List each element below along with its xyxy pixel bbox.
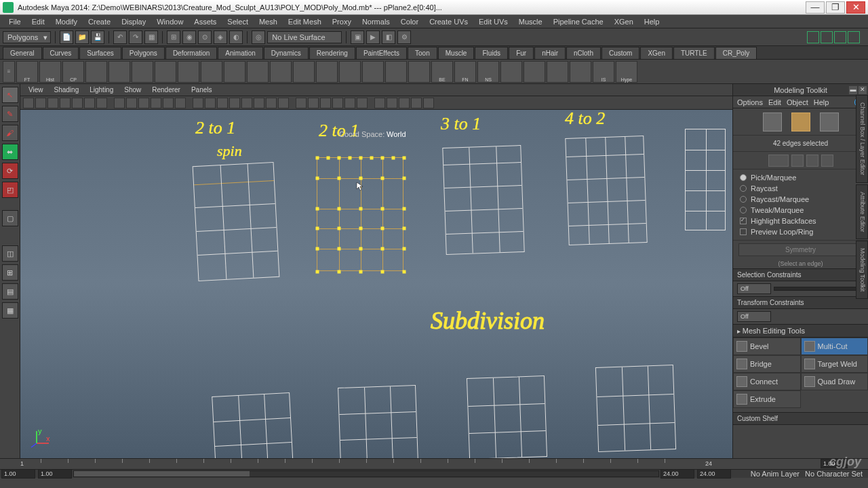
toolkit-min-icon[interactable]: ▬ xyxy=(849,86,857,94)
shelf-tab-cr_poly[interactable]: CR_Poly xyxy=(715,47,757,59)
mesh-tool-quad-draw[interactable]: Quad Draw xyxy=(801,373,869,390)
menu-proxy[interactable]: Proxy xyxy=(328,16,356,27)
snap-curve-icon[interactable]: ◉ xyxy=(182,30,196,44)
panel-menu-shading[interactable]: Shading xyxy=(50,85,83,95)
layout-graph[interactable]: ▦ xyxy=(2,302,18,319)
toolkit-menu-object[interactable]: Object xyxy=(787,98,808,106)
section-custom-shelf[interactable]: Custom Shelf xyxy=(733,412,868,425)
shelf-tab-fur[interactable]: Fur xyxy=(509,47,534,59)
vertex-dot[interactable] xyxy=(381,157,384,160)
toolkit-close-icon[interactable]: ✕ xyxy=(859,86,867,94)
panel-tool-2[interactable] xyxy=(47,98,58,108)
shelf-tab-painteffects[interactable]: PaintEffects xyxy=(356,47,407,59)
mesh-tool-connect[interactable]: Connect xyxy=(733,373,801,390)
panel-tool-19[interactable] xyxy=(266,98,277,108)
vertex-dot[interactable] xyxy=(403,247,406,251)
toggle-2[interactable] xyxy=(821,31,833,43)
panel-tool-28[interactable] xyxy=(387,98,397,108)
shelf-item-22[interactable] xyxy=(524,61,545,83)
shelf-item-10[interactable] xyxy=(247,61,269,83)
toggle-3[interactable] xyxy=(834,31,846,43)
shelf-item-8[interactable] xyxy=(201,61,222,83)
mesh-grid-b4[interactable] xyxy=(595,365,676,452)
vertex-dot[interactable] xyxy=(338,247,341,251)
panel-menu-show[interactable]: Show xyxy=(120,85,145,95)
vertex-dot[interactable] xyxy=(338,177,341,180)
menu-edit-mesh[interactable]: Edit Mesh xyxy=(283,16,326,27)
mesh-grid-b3[interactable] xyxy=(467,375,547,458)
menu-pipeline-cache[interactable]: Pipeline Cache xyxy=(549,16,608,27)
shelf-item-0[interactable]: FT xyxy=(16,61,38,83)
shelf-tab-muscle[interactable]: Muscle xyxy=(438,47,475,59)
shelf-tab-nhair[interactable]: nHair xyxy=(534,47,566,59)
vertex-dot[interactable] xyxy=(359,227,363,230)
menu-xgen[interactable]: XGen xyxy=(610,16,638,27)
panel-tool-16[interactable] xyxy=(229,98,240,108)
vertex-dot[interactable] xyxy=(316,247,319,251)
mesh-grid-5[interactable] xyxy=(685,129,726,230)
panel-tool-3[interactable] xyxy=(60,98,71,108)
shelf-item-20[interactable]: NS xyxy=(477,61,499,83)
snap-live-icon[interactable]: ◐ xyxy=(229,30,243,44)
range-start-field[interactable]: 1.00 xyxy=(38,469,72,479)
shelf-item-18[interactable]: BE xyxy=(431,61,453,83)
panel-tool-9[interactable] xyxy=(138,98,149,108)
section-mesh-editing[interactable]: ▸ Mesh Editing Tools xyxy=(733,324,868,338)
minimize-button[interactable]: — xyxy=(806,1,825,14)
shelf-item-1[interactable]: Hist xyxy=(39,61,61,83)
shelf-item-17[interactable] xyxy=(408,61,430,83)
panel-tool-6[interactable] xyxy=(96,98,107,108)
toolkit-menu-help[interactable]: Help xyxy=(814,98,829,106)
mesh-tool-extrude[interactable]: Extrude xyxy=(733,390,801,408)
shelf-item-26[interactable]: Hype xyxy=(616,61,637,83)
shelf-item-14[interactable] xyxy=(339,61,361,83)
shelf-tab-deformation[interactable]: Deformation xyxy=(165,47,217,59)
panel-menu-panels[interactable]: Panels xyxy=(187,85,216,95)
symmetry-button[interactable]: Symmetry xyxy=(738,243,863,256)
vertex-dot[interactable] xyxy=(316,270,319,274)
panel-tool-1[interactable] xyxy=(35,98,46,108)
trans-constraint-dropdown[interactable]: Off xyxy=(737,311,771,322)
section-selection-constraints[interactable]: Selection Constraints xyxy=(733,268,868,281)
snap-point-icon[interactable]: ⊙ xyxy=(198,30,212,44)
panel-tool-12[interactable] xyxy=(175,98,186,108)
shelf-item-2[interactable]: CP xyxy=(62,61,84,83)
vertex-dot[interactable] xyxy=(359,270,363,274)
sel-option-highlight-backfaces[interactable]: Highlight Backfaces xyxy=(740,216,861,226)
menu-modify[interactable]: Modify xyxy=(51,16,82,27)
shelf-item-16[interactable] xyxy=(385,61,407,83)
shelf-item-24[interactable] xyxy=(570,61,591,83)
mesh-grid-3[interactable] xyxy=(442,145,524,255)
menu-edit-uvs[interactable]: Edit UVs xyxy=(474,16,513,27)
vertex-dot[interactable] xyxy=(338,227,341,230)
mode-dropdown[interactable]: Polygons xyxy=(3,31,51,43)
mesh-grid-1[interactable] xyxy=(193,162,280,281)
shelf-item-5[interactable] xyxy=(132,61,153,83)
shelf-item-7[interactable] xyxy=(178,61,199,83)
menu-normals[interactable]: Normals xyxy=(357,16,395,27)
sel-option-pick-marquee[interactable]: Pick/Marquee xyxy=(740,172,861,183)
panel-tool-20[interactable] xyxy=(278,98,289,108)
panel-tool-23[interactable] xyxy=(320,98,331,108)
anim-start-field[interactable]: 1.00 xyxy=(1,469,35,479)
sel-option-raycast-marquee[interactable]: Raycast/Marquee xyxy=(740,194,861,205)
vertex-dot[interactable] xyxy=(316,207,319,211)
mesh-grid-b1[interactable] xyxy=(212,392,294,458)
panel-tool-14[interactable] xyxy=(205,98,216,108)
toolkit-menu-options[interactable]: Options xyxy=(737,98,763,106)
shelf-tab-toon[interactable]: Toon xyxy=(408,47,437,59)
panel-tool-0[interactable] xyxy=(23,98,34,108)
mesh-tool-multi-cut[interactable]: Multi-Cut xyxy=(801,338,869,355)
menu-muscle[interactable]: Muscle xyxy=(514,16,547,27)
menu-create[interactable]: Create xyxy=(83,16,115,27)
menu-help[interactable]: Help xyxy=(639,16,665,27)
panel-tool-30[interactable] xyxy=(411,98,422,108)
vertex-dot[interactable] xyxy=(338,207,341,211)
vertex-dot[interactable] xyxy=(338,270,341,274)
panel-tool-18[interactable] xyxy=(254,98,264,108)
panel-menu-renderer[interactable]: Renderer xyxy=(148,85,184,95)
shelf-tab-curves[interactable]: Curves xyxy=(43,47,79,59)
shelf-tab-surfaces[interactable]: Surfaces xyxy=(79,47,121,59)
panel-tool-7[interactable] xyxy=(114,98,125,108)
mesh-grid-4[interactable] xyxy=(565,136,647,245)
